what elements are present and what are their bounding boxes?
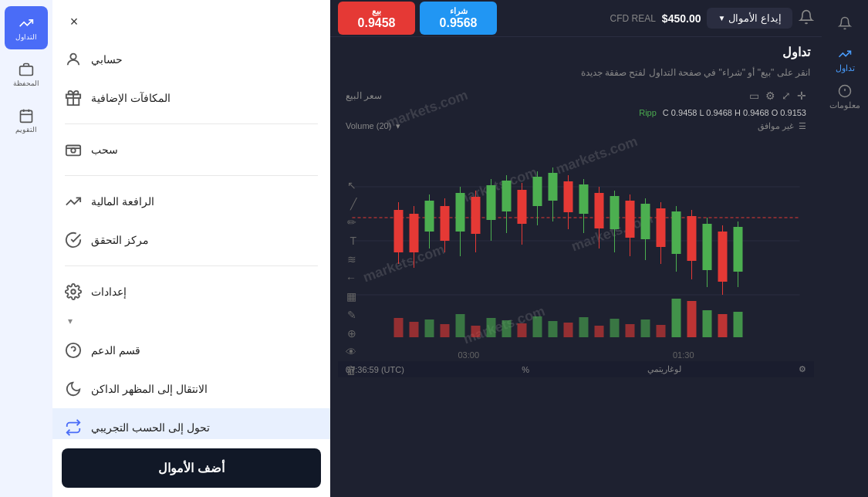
- tool-pencil[interactable]: ✎: [346, 309, 356, 321]
- trading-area: تداول انقر على "بيع" أو "شراء" في صفحة ا…: [330, 37, 822, 497]
- gift-icon: [65, 90, 82, 106]
- crosshair-icon[interactable]: ✛: [797, 90, 806, 102]
- tool-text[interactable]: T: [346, 235, 356, 247]
- sidebar-trade-label: تداول: [836, 63, 855, 73]
- right-sidebar-trade[interactable]: التداول: [5, 6, 48, 49]
- sidebar-info-label: معلومات: [829, 100, 860, 110]
- svg-rect-71: [672, 299, 681, 337]
- screen-icon[interactable]: ▭: [749, 90, 759, 102]
- tool-arrow[interactable]: ←: [346, 272, 356, 284]
- menu-item-account[interactable]: حسابي: [52, 40, 330, 79]
- time-axis: 01:30 03:00: [338, 349, 814, 361]
- svg-rect-16: [456, 193, 465, 232]
- trading-title: تداول: [330, 37, 822, 67]
- menu-item-verification[interactable]: مركز التحقق: [52, 221, 330, 259]
- notification-bell[interactable]: [799, 9, 814, 28]
- leverage-icon: [65, 193, 82, 210]
- sidebar-item-trade[interactable]: تداول: [829, 45, 860, 76]
- switch-icon: [65, 419, 82, 436]
- expand-icon[interactable]: ⤢: [782, 90, 791, 102]
- svg-rect-34: [595, 193, 604, 228]
- menu-item-bonuses[interactable]: المكافآت الإضافية: [52, 79, 330, 117]
- deposit-button[interactable]: إيداع الأموال ▼: [707, 8, 792, 29]
- moon-icon: [65, 380, 82, 397]
- chart-bottom-bar: ⚙ لوغاريتمي % (UTC) 07:36:59: [338, 361, 814, 377]
- svg-rect-65: [579, 317, 589, 337]
- svg-rect-69: [641, 320, 650, 337]
- svg-rect-72: [687, 301, 697, 337]
- tool-fibb[interactable]: ≋: [346, 253, 356, 265]
- left-sidebar: تداول معلومات: [822, 0, 868, 497]
- chart-toolbar: ✛ ⤢ ⚙ ▭ سعر البيع: [338, 86, 814, 106]
- svg-rect-50: [718, 232, 728, 282]
- section-toggle[interactable]: ▾: [52, 311, 330, 331]
- menu-item-settings[interactable]: إعدادات: [52, 272, 330, 311]
- add-funds-button[interactable]: أضف الأموال: [62, 448, 321, 488]
- close-button[interactable]: ×: [62, 9, 86, 34]
- svg-rect-14: [441, 206, 450, 241]
- tool-delete[interactable]: 🗑: [346, 364, 356, 377]
- panel-header: ×: [52, 0, 330, 34]
- svg-rect-8: [394, 210, 404, 252]
- svg-rect-60: [502, 320, 512, 337]
- menu-items: حسابي المكافآت الإضافية: [52, 34, 330, 439]
- settings-chart-icon[interactable]: ⚙: [765, 90, 775, 102]
- tool-pattern[interactable]: ▦: [346, 290, 356, 303]
- sidebar-item-bell[interactable]: [829, 8, 860, 39]
- svg-rect-38: [626, 201, 635, 238]
- tool-eye[interactable]: 👁: [346, 346, 356, 358]
- svg-rect-74: [718, 314, 728, 337]
- tool-draw[interactable]: ✏: [346, 216, 356, 228]
- svg-rect-56: [441, 324, 450, 337]
- svg-rect-26: [533, 177, 542, 206]
- tool-measure[interactable]: ⊕: [346, 327, 356, 340]
- svg-rect-53: [394, 318, 404, 337]
- settings-icon[interactable]: ⚙: [799, 364, 806, 374]
- chart-svg: [338, 133, 814, 349]
- cfd-badge: CFD REAL: [610, 13, 656, 24]
- person-icon: [65, 51, 82, 68]
- ohlc-bar: 0.9153 C 0.9458 L 0.9468 H 0.9468 O Ripp: [338, 106, 814, 120]
- menu-item-dark[interactable]: الانتقال إلى المظهر الداكن: [52, 370, 330, 408]
- buy-button[interactable]: شراء 0.9568: [420, 2, 497, 35]
- svg-rect-44: [672, 211, 681, 254]
- svg-rect-48: [703, 224, 712, 270]
- svg-rect-24: [518, 190, 527, 224]
- sidebar-item-info[interactable]: معلومات: [829, 82, 860, 113]
- svg-rect-79: [66, 146, 80, 156]
- tool-cursor[interactable]: ↖: [346, 179, 356, 191]
- svg-rect-67: [610, 319, 620, 337]
- svg-rect-20: [487, 185, 496, 220]
- menu-item-leverage[interactable]: الرافعة المالية: [52, 182, 330, 221]
- candlestick-chart: ↖ ╱ ✏ T ≋ ← ▦ ✎ ⊕ 👁 🗑: [338, 133, 814, 349]
- svg-rect-73: [703, 310, 712, 337]
- svg-rect-22: [502, 181, 512, 211]
- svg-rect-61: [518, 323, 527, 337]
- svg-rect-70: [657, 325, 666, 337]
- svg-rect-40: [641, 204, 650, 239]
- sell-button[interactable]: بيع 0.9458: [338, 2, 415, 35]
- svg-rect-12: [425, 201, 434, 232]
- menu-item-withdraw[interactable]: سحب: [52, 130, 330, 169]
- far-right-sidebar: التداول المحفظة التقويم: [0, 0, 52, 497]
- svg-rect-63: [549, 321, 558, 337]
- chart-container: markets.com markets.com markets.com mark…: [338, 86, 814, 489]
- right-sidebar-portfolio[interactable]: المحفظة: [5, 52, 48, 96]
- settings-icon: [65, 283, 82, 300]
- dropdown-arrow: ▼: [718, 14, 725, 22]
- svg-rect-58: [471, 326, 481, 337]
- price-label: سعر البيع: [346, 90, 382, 101]
- svg-rect-55: [425, 320, 434, 337]
- tool-line[interactable]: ╱: [346, 198, 356, 210]
- support-icon: [65, 342, 82, 359]
- svg-rect-75: [734, 312, 743, 337]
- svg-rect-42: [657, 208, 666, 247]
- divider-3: [65, 265, 318, 266]
- svg-rect-59: [487, 318, 496, 337]
- trading-subtitle: انقر على "بيع" أو "شراء" في صفحة التداول…: [330, 67, 822, 78]
- svg-rect-36: [610, 196, 620, 229]
- indicator-bar: ☰ غير موافق ▾ Volume (20): [338, 120, 814, 133]
- menu-item-demo[interactable]: تحول إلى الحسب التجريبي: [52, 408, 330, 439]
- menu-item-support[interactable]: قسم الدعم: [52, 331, 330, 370]
- right-sidebar-calendar[interactable]: التقويم: [5, 99, 48, 142]
